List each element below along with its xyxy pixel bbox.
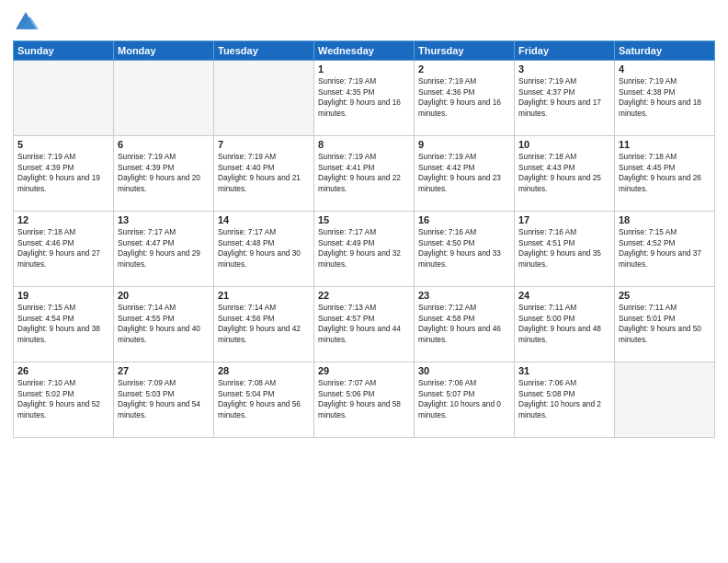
day-info: Sunrise: 7:19 AMSunset: 4:40 PMDaylight:… [218,152,310,194]
day-number: 30 [418,365,510,376]
day-number: 19 [17,290,109,301]
empty-cell [214,61,314,136]
day-number: 20 [118,290,210,301]
day-number: 26 [17,365,109,376]
day-number: 21 [218,290,310,301]
day-info: Sunrise: 7:16 AMSunset: 4:51 PMDaylight:… [518,227,610,270]
weekday-header-tuesday: Tuesday [214,41,314,61]
weekday-header-row: SundayMondayTuesdayWednesdayThursdayFrid… [14,41,715,61]
day-number: 15 [318,214,410,225]
day-cell-22: 22Sunrise: 7:13 AMSunset: 4:57 PMDayligh… [314,287,415,362]
day-info: Sunrise: 7:19 AMSunset: 4:39 PMDaylight:… [17,152,109,194]
day-info: Sunrise: 7:19 AMSunset: 4:42 PMDaylight:… [418,152,510,194]
day-cell-28: 28Sunrise: 7:08 AMSunset: 5:04 PMDayligh… [214,362,314,438]
day-info: Sunrise: 7:13 AMSunset: 4:57 PMDaylight:… [318,303,410,345]
day-number: 8 [318,139,410,150]
weekday-header-wednesday: Wednesday [314,41,415,61]
day-number: 16 [418,214,510,225]
day-cell-15: 15Sunrise: 7:17 AMSunset: 4:49 PMDayligh… [314,212,415,287]
empty-cell [615,362,715,438]
logo-icon [13,9,39,35]
day-info: Sunrise: 7:11 AMSunset: 5:01 PMDaylight:… [619,303,711,345]
day-cell-12: 12Sunrise: 7:18 AMSunset: 4:46 PMDayligh… [14,212,114,287]
day-number: 9 [418,139,510,150]
day-number: 4 [619,63,711,75]
day-number: 27 [118,365,210,376]
day-number: 2 [418,63,510,75]
day-info: Sunrise: 7:10 AMSunset: 5:02 PMDaylight:… [17,378,109,420]
day-cell-16: 16Sunrise: 7:16 AMSunset: 4:50 PMDayligh… [415,212,515,287]
day-cell-19: 19Sunrise: 7:15 AMSunset: 4:54 PMDayligh… [14,287,114,362]
day-cell-9: 9Sunrise: 7:19 AMSunset: 4:42 PMDaylight… [415,136,515,212]
day-number: 29 [318,365,410,376]
day-cell-4: 4Sunrise: 7:19 AMSunset: 4:38 PMDaylight… [615,61,715,136]
day-cell-10: 10Sunrise: 7:18 AMSunset: 4:43 PMDayligh… [515,136,615,212]
day-cell-5: 5Sunrise: 7:19 AMSunset: 4:39 PMDaylight… [14,136,114,212]
day-cell-30: 30Sunrise: 7:06 AMSunset: 5:07 PMDayligh… [415,362,515,438]
day-cell-31: 31Sunrise: 7:06 AMSunset: 5:08 PMDayligh… [515,362,615,438]
day-number: 22 [318,290,410,301]
day-number: 11 [619,139,711,150]
week-row-5: 26Sunrise: 7:10 AMSunset: 5:02 PMDayligh… [14,362,715,438]
weekday-header-thursday: Thursday [415,41,515,61]
day-cell-6: 6Sunrise: 7:19 AMSunset: 4:39 PMDaylight… [114,136,214,212]
weekday-header-friday: Friday [515,41,615,61]
empty-cell [14,61,114,136]
day-info: Sunrise: 7:17 AMSunset: 4:47 PMDaylight:… [118,227,210,270]
day-info: Sunrise: 7:19 AMSunset: 4:38 PMDaylight:… [619,76,711,119]
day-info: Sunrise: 7:18 AMSunset: 4:46 PMDaylight:… [17,227,109,270]
week-row-1: 1Sunrise: 7:19 AMSunset: 4:35 PMDaylight… [14,61,715,136]
day-cell-18: 18Sunrise: 7:15 AMSunset: 4:52 PMDayligh… [615,212,715,287]
day-number: 13 [118,214,210,225]
day-info: Sunrise: 7:17 AMSunset: 4:49 PMDaylight:… [318,227,410,270]
day-number: 14 [218,214,310,225]
day-cell-8: 8Sunrise: 7:19 AMSunset: 4:41 PMDaylight… [314,136,415,212]
day-number: 7 [218,139,310,150]
day-cell-21: 21Sunrise: 7:14 AMSunset: 4:56 PMDayligh… [214,287,314,362]
day-info: Sunrise: 7:09 AMSunset: 5:03 PMDaylight:… [118,378,210,420]
day-info: Sunrise: 7:16 AMSunset: 4:50 PMDaylight:… [418,227,510,270]
day-info: Sunrise: 7:15 AMSunset: 4:54 PMDaylight:… [17,303,109,345]
day-number: 18 [619,214,711,225]
day-cell-26: 26Sunrise: 7:10 AMSunset: 5:02 PMDayligh… [14,362,114,438]
day-cell-20: 20Sunrise: 7:14 AMSunset: 4:55 PMDayligh… [114,287,214,362]
day-info: Sunrise: 7:15 AMSunset: 4:52 PMDaylight:… [619,227,711,270]
day-info: Sunrise: 7:14 AMSunset: 4:56 PMDaylight:… [218,303,310,345]
weekday-header-monday: Monday [114,41,214,61]
day-cell-23: 23Sunrise: 7:12 AMSunset: 4:58 PMDayligh… [415,287,515,362]
day-info: Sunrise: 7:06 AMSunset: 5:08 PMDaylight:… [518,378,610,420]
day-info: Sunrise: 7:14 AMSunset: 4:55 PMDaylight:… [118,303,210,345]
logo [13,9,40,35]
day-number: 6 [118,139,210,150]
day-info: Sunrise: 7:19 AMSunset: 4:35 PMDaylight:… [318,76,410,119]
day-info: Sunrise: 7:06 AMSunset: 5:07 PMDaylight:… [418,378,510,420]
day-info: Sunrise: 7:19 AMSunset: 4:36 PMDaylight:… [418,76,510,119]
header [13,9,715,35]
day-info: Sunrise: 7:18 AMSunset: 4:43 PMDaylight:… [518,152,610,194]
day-cell-2: 2Sunrise: 7:19 AMSunset: 4:36 PMDaylight… [415,61,515,136]
day-number: 31 [518,365,610,376]
day-number: 3 [518,63,610,75]
day-number: 1 [318,63,410,75]
day-info: Sunrise: 7:18 AMSunset: 4:45 PMDaylight:… [619,152,711,194]
day-number: 17 [518,214,610,225]
day-number: 28 [218,365,310,376]
week-row-2: 5Sunrise: 7:19 AMSunset: 4:39 PMDaylight… [14,136,715,212]
day-cell-17: 17Sunrise: 7:16 AMSunset: 4:51 PMDayligh… [515,212,615,287]
day-info: Sunrise: 7:08 AMSunset: 5:04 PMDaylight:… [218,378,310,420]
day-number: 5 [17,139,109,150]
day-number: 12 [17,214,109,225]
day-info: Sunrise: 7:19 AMSunset: 4:41 PMDaylight:… [318,152,410,194]
weekday-header-saturday: Saturday [615,41,715,61]
day-cell-24: 24Sunrise: 7:11 AMSunset: 5:00 PMDayligh… [515,287,615,362]
day-info: Sunrise: 7:19 AMSunset: 4:37 PMDaylight:… [518,76,610,119]
day-cell-25: 25Sunrise: 7:11 AMSunset: 5:01 PMDayligh… [615,287,715,362]
day-cell-11: 11Sunrise: 7:18 AMSunset: 4:45 PMDayligh… [615,136,715,212]
day-cell-1: 1Sunrise: 7:19 AMSunset: 4:35 PMDaylight… [314,61,415,136]
day-info: Sunrise: 7:17 AMSunset: 4:48 PMDaylight:… [218,227,310,270]
day-info: Sunrise: 7:07 AMSunset: 5:06 PMDaylight:… [318,378,410,420]
week-row-4: 19Sunrise: 7:15 AMSunset: 4:54 PMDayligh… [14,287,715,362]
day-cell-3: 3Sunrise: 7:19 AMSunset: 4:37 PMDaylight… [515,61,615,136]
day-cell-13: 13Sunrise: 7:17 AMSunset: 4:47 PMDayligh… [114,212,214,287]
day-cell-14: 14Sunrise: 7:17 AMSunset: 4:48 PMDayligh… [214,212,314,287]
